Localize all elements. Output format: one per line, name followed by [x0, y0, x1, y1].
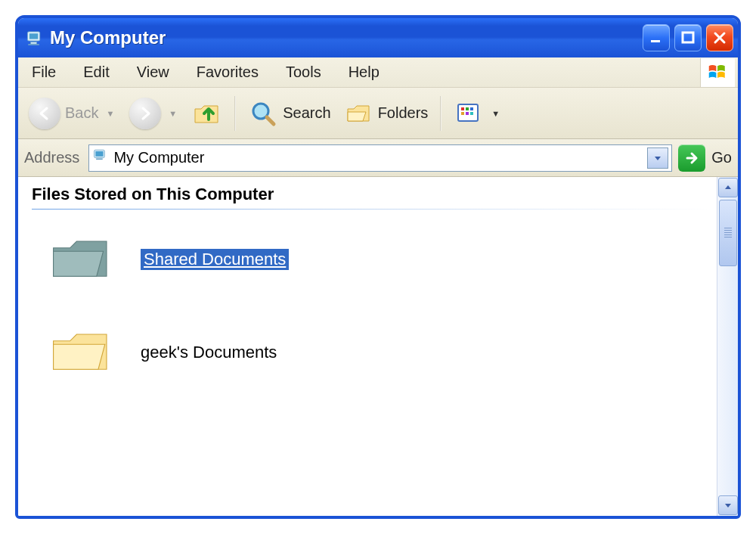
svg-rect-9	[466, 107, 469, 110]
go-button[interactable]	[678, 144, 705, 172]
address-label: Address	[24, 149, 79, 166]
window: My Computer File Edit View Favorites Too…	[15, 15, 741, 519]
list-item[interactable]: Shared Documents	[48, 231, 717, 287]
window-title: My Computer	[50, 27, 643, 48]
maximize-button[interactable]	[674, 24, 702, 51]
search-icon	[248, 98, 278, 129]
menu-favorites[interactable]: Favorites	[183, 57, 272, 87]
address-dropdown-button[interactable]	[647, 147, 668, 169]
scroll-down-button[interactable]	[718, 495, 738, 515]
titlebar: My Computer	[18, 18, 738, 57]
go-label: Go	[711, 149, 732, 166]
address-bar: Address My Computer Go	[18, 139, 738, 177]
svg-rect-11	[461, 112, 464, 115]
svg-rect-15	[96, 151, 104, 157]
svg-rect-12	[466, 112, 469, 115]
scroll-up-button[interactable]	[718, 178, 738, 197]
windows-logo-icon[interactable]	[700, 58, 735, 87]
item-label: geek's Documents	[141, 343, 277, 362]
svg-rect-10	[470, 107, 473, 110]
address-field[interactable]: My Computer	[88, 144, 672, 172]
scroll-thumb[interactable]	[719, 200, 737, 266]
back-button[interactable]: Back ▼	[24, 95, 122, 132]
my-computer-icon	[26, 28, 45, 48]
forward-dropdown-icon[interactable]: ▼	[169, 109, 177, 118]
menu-help[interactable]: Help	[335, 57, 393, 87]
item-label: Shared Documents	[141, 249, 289, 270]
shared-folder-icon	[48, 231, 115, 287]
menu-file[interactable]: File	[18, 57, 70, 87]
folder-icon	[48, 324, 115, 380]
toolbar-separator-2	[440, 96, 442, 131]
forward-button[interactable]: ▼	[125, 95, 184, 132]
content-pane[interactable]: Files Stored on This Computer Shared Doc…	[18, 177, 717, 516]
address-value: My Computer	[110, 149, 647, 166]
back-label: Back	[65, 104, 98, 122]
svg-rect-2	[31, 42, 37, 44]
menu-view[interactable]: View	[123, 57, 183, 87]
svg-rect-3	[28, 44, 39, 45]
section-header: Files Stored on This Computer	[18, 177, 717, 207]
search-label: Search	[283, 104, 330, 122]
section-rule	[32, 209, 711, 210]
vertical-scrollbar[interactable]	[717, 177, 738, 516]
toolbar: Back ▼ ▼ Search	[18, 88, 738, 139]
views-icon	[454, 98, 484, 129]
folders-label: Folders	[378, 104, 429, 122]
close-button[interactable]	[706, 24, 733, 51]
svg-rect-5	[683, 33, 693, 42]
toolbar-separator	[234, 96, 236, 131]
forward-arrow-icon	[129, 98, 161, 129]
list-item[interactable]: geek's Documents	[48, 324, 717, 380]
views-dropdown-icon[interactable]: ▼	[491, 109, 500, 118]
folders-button[interactable]: Folders	[339, 95, 433, 132]
svg-rect-4	[651, 40, 660, 42]
svg-rect-8	[461, 107, 464, 110]
svg-rect-1	[29, 33, 38, 39]
folders-icon	[343, 98, 373, 129]
minimize-button[interactable]	[643, 24, 670, 51]
menubar: File Edit View Favorites Tools Help	[18, 57, 738, 88]
back-dropdown-icon[interactable]: ▼	[106, 109, 114, 118]
svg-rect-13	[470, 112, 473, 115]
back-arrow-icon	[29, 98, 60, 129]
up-button[interactable]	[187, 95, 227, 132]
search-button[interactable]: Search	[243, 95, 335, 132]
views-button[interactable]: ▼	[449, 95, 507, 132]
menu-tools[interactable]: Tools	[272, 57, 335, 87]
folder-up-icon	[192, 98, 222, 129]
svg-rect-16	[97, 158, 104, 160]
address-icon	[92, 147, 110, 169]
menu-edit[interactable]: Edit	[70, 57, 122, 87]
